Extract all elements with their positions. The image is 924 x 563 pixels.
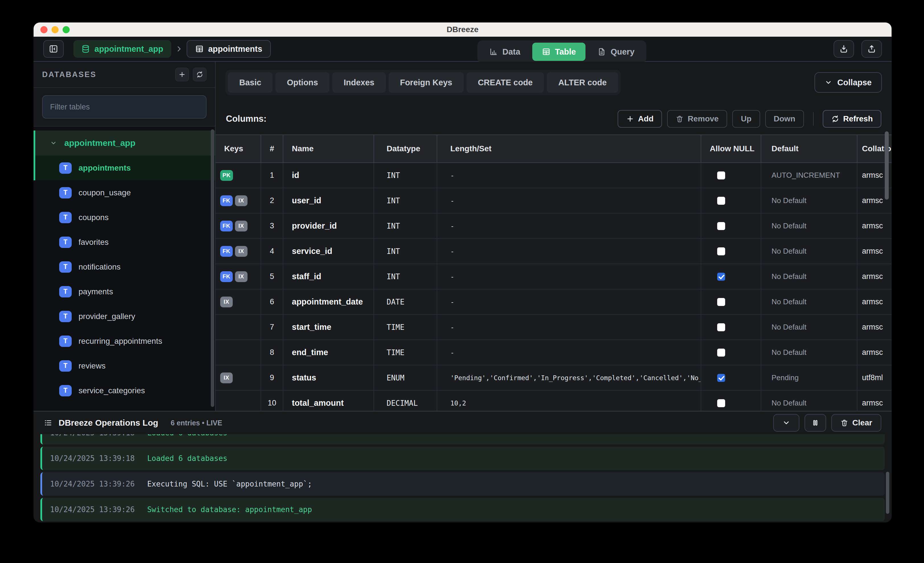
allow-null-checkbox[interactable]: [717, 298, 725, 306]
log-entry: 10/24/2025 13:39:26Executing SQL: USE `a…: [40, 472, 885, 496]
add-database-button[interactable]: [175, 68, 189, 81]
log-clear-button[interactable]: Clear: [831, 414, 881, 432]
sidebar-table-item[interactable]: Tcoupons: [34, 205, 215, 230]
allow-null-checkbox[interactable]: [717, 399, 725, 407]
tree-database-label: appointment_app: [64, 138, 135, 148]
log-pause-button[interactable]: [804, 414, 826, 432]
breadcrumb-table[interactable]: appointments: [187, 40, 271, 58]
column-row[interactable]: FKIX2user_idINT-No Defaultarmsc: [216, 188, 892, 214]
grid-header-cell: Length/Set: [437, 135, 701, 162]
allow-null-cell: [701, 163, 761, 188]
allow-null-checkbox[interactable]: [717, 349, 725, 356]
sidebar-table-item[interactable]: Tfavorites: [34, 230, 215, 255]
pk-badge: PK: [220, 170, 233, 181]
bar-chart-icon: [489, 48, 498, 56]
column-datatype-cell: INT: [374, 214, 437, 238]
database-tree: appointment_app TappointmentsTcoupon_usa…: [34, 127, 215, 411]
grid-header-cell: Allow NULL: [701, 135, 761, 162]
toolbar-right: [834, 40, 882, 58]
view-tab-query[interactable]: Query: [588, 43, 644, 61]
refresh-databases-button[interactable]: [193, 68, 207, 81]
sidebar-table-label: coupon_usage: [78, 188, 131, 197]
structure-tabs: BasicOptionsIndexesForeign KeysCREATE co…: [225, 70, 621, 95]
column-length-cell: -: [437, 188, 701, 213]
grid-header-cell: Default: [761, 135, 857, 162]
column-row[interactable]: 7start_timeTIME-No Defaultarmsc: [216, 315, 892, 340]
file-text-icon: [597, 48, 606, 56]
allow-null-cell: [701, 340, 761, 365]
breadcrumb-database[interactable]: appointment_app: [74, 40, 171, 58]
ix-badge: IX: [235, 195, 248, 206]
allow-null-checkbox[interactable]: [717, 197, 725, 205]
main-panel: BasicOptionsIndexesForeign KeysCREATE co…: [216, 62, 892, 411]
fk-badge: FK: [220, 271, 233, 282]
import-button[interactable]: [861, 40, 882, 58]
allow-null-checkbox[interactable]: [717, 247, 725, 255]
export-button[interactable]: [834, 40, 854, 58]
column-row[interactable]: FKIX5staff_idINT-No Defaultarmsc: [216, 264, 892, 289]
structure-tab-alter-code[interactable]: ALTER code: [547, 72, 618, 93]
add-column-button[interactable]: Add: [618, 110, 662, 128]
grid-header-cell: #: [261, 135, 284, 162]
move-down-button[interactable]: Down: [765, 110, 804, 128]
sidebar-filter: [34, 88, 215, 127]
sidebar-table-item[interactable]: Tappointments: [34, 156, 215, 180]
column-row[interactable]: IX9statusENUM'Pending','Confirmed','In_P…: [216, 365, 892, 391]
structure-tab-foreign-keys[interactable]: Foreign Keys: [388, 72, 464, 93]
collapse-button[interactable]: Collapse: [814, 72, 882, 93]
app-window: DBreeze appointment_app appointments: [34, 22, 892, 523]
sidebar-table-item[interactable]: Treviews: [34, 353, 215, 378]
sidebar-toggle-button[interactable]: [43, 40, 64, 58]
grid-scrollbar[interactable]: [885, 131, 889, 200]
allow-null-checkbox[interactable]: [717, 171, 725, 180]
tree-database-item[interactable]: appointment_app: [34, 130, 215, 156]
table-type-badge: T: [59, 261, 72, 273]
collapse-label: Collapse: [837, 78, 872, 87]
sidebar-table-label: recurring_appointments: [78, 337, 162, 346]
column-collation-cell: armsc: [857, 239, 892, 264]
structure-tab-indexes[interactable]: Indexes: [332, 72, 386, 93]
allow-null-checkbox[interactable]: [717, 374, 725, 382]
column-name-cell: end_time: [284, 340, 374, 365]
sidebar-table-label: appointments: [78, 163, 131, 172]
sidebar-table-item[interactable]: Tcoupon_usage: [34, 180, 215, 205]
column-row[interactable]: 8end_timeTIME-No Defaultarmsc: [216, 340, 892, 365]
log-message: Loaded 6 databases: [147, 434, 227, 437]
column-row[interactable]: FKIX3provider_idINT-No Defaultarmsc: [216, 214, 892, 239]
column-row[interactable]: 10total_amountDECIMAL10,2No Defaultarmsc: [216, 391, 892, 411]
sidebar-scrollbar[interactable]: [211, 129, 214, 407]
log-scrollbar[interactable]: [886, 472, 889, 514]
remove-column-button[interactable]: Remove: [667, 110, 727, 128]
log-message: Loaded 6 databases: [147, 454, 227, 463]
structure-tab-options[interactable]: Options: [275, 72, 329, 93]
column-datatype-cell: DECIMAL: [374, 391, 437, 411]
log-message: Switched to database: appointment_app: [147, 505, 312, 514]
filter-tables-input[interactable]: [42, 95, 207, 118]
structure-tab-basic[interactable]: Basic: [228, 72, 273, 93]
log-timestamp: 10/24/2025 13:39:26: [50, 480, 135, 488]
move-up-label: Up: [741, 114, 752, 123]
sidebar-table-item[interactable]: Tservice_categories: [34, 378, 215, 403]
allow-null-checkbox[interactable]: [717, 323, 725, 331]
log-collapse-button[interactable]: [773, 414, 800, 432]
allow-null-checkbox[interactable]: [717, 273, 725, 281]
column-default-cell: No Default: [761, 391, 857, 411]
column-row[interactable]: IX6appointment_dateDATE-No Defaultarmsc: [216, 289, 892, 315]
sidebar-table-item[interactable]: Tnotifications: [34, 255, 215, 279]
view-tab-data[interactable]: Data: [480, 43, 530, 61]
table-type-badge: T: [59, 335, 72, 347]
allow-null-checkbox[interactable]: [717, 222, 725, 230]
sidebar-table-item[interactable]: Tprovider_gallery: [34, 304, 215, 329]
sidebar-table-item[interactable]: Trecurring_appointments: [34, 329, 215, 353]
sidebar-table-item[interactable]: Tpayments: [34, 279, 215, 304]
column-row[interactable]: PK1idINT-AUTO_INCREMENTarmsc: [216, 163, 892, 188]
refresh-columns-button[interactable]: Refresh: [823, 110, 881, 128]
column-row[interactable]: FKIX4service_idINT-No Defaultarmsc: [216, 239, 892, 264]
view-tab-table[interactable]: Table: [532, 43, 586, 61]
breadcrumb-table-label: appointments: [208, 44, 262, 54]
column-default-cell: No Default: [761, 289, 857, 314]
column-datatype-cell: INT: [374, 239, 437, 264]
structure-tab-create-code[interactable]: CREATE code: [466, 72, 544, 93]
remove-column-label: Remove: [688, 114, 718, 123]
move-up-button[interactable]: Up: [732, 110, 760, 128]
